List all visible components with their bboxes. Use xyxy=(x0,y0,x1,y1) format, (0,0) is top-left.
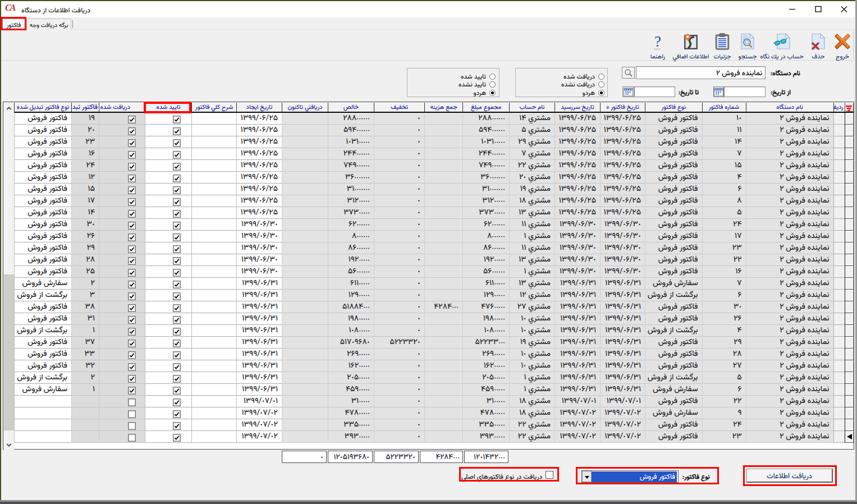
svg-text:?: ? xyxy=(654,33,661,50)
